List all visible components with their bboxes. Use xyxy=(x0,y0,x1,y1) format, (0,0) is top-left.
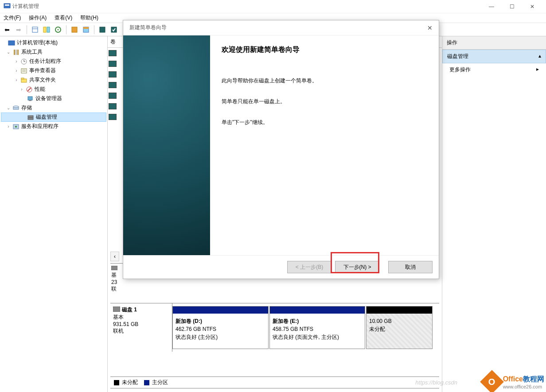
volume-icon xyxy=(109,114,117,120)
partition[interactable]: 新加卷 (D:) 462.76 GB NTFS 状态良好 (主分区) xyxy=(172,306,269,349)
watermark-url: www.office26.com xyxy=(503,384,544,389)
disk-size: 931.51 GB xyxy=(113,321,169,327)
volume-icon xyxy=(109,103,117,109)
dialog-close-icon[interactable]: ✕ xyxy=(427,24,433,31)
legend-unallocated: 未分配 xyxy=(122,379,138,386)
tree-label: 性能 xyxy=(35,85,45,93)
menu-file[interactable]: 文件(F) xyxy=(4,14,21,22)
partition-status: 状态良好 (主分区) xyxy=(176,334,218,340)
watermark-text-2: 教程网 xyxy=(523,375,544,383)
dialog-banner xyxy=(123,35,210,255)
tree-disk-management[interactable]: 磁盘管理 xyxy=(1,113,106,122)
tree-shared-folders[interactable]: › 共享文件夹 xyxy=(1,75,106,85)
svg-rect-4 xyxy=(43,27,46,32)
titlebar: 计算机管理 — ☐ ✕ xyxy=(0,0,546,13)
tree-storage[interactable]: ⌄ 存储 xyxy=(1,103,106,113)
tree-system-tools[interactable]: ⌄ 系统工具 xyxy=(1,47,106,57)
toolbar-icon-1[interactable] xyxy=(30,24,40,35)
back-icon[interactable]: ⬅ xyxy=(2,24,12,35)
tree-label: 计算机管理(本地) xyxy=(17,39,58,47)
collapse-icon[interactable]: ▴ xyxy=(538,53,541,60)
chevron-down-icon[interactable]: ⌄ xyxy=(5,105,12,110)
cancel-button[interactable]: 取消 xyxy=(388,261,433,273)
tree-label: 共享文件夹 xyxy=(29,76,56,84)
partition-name: 新加卷 (E:) xyxy=(273,318,299,324)
svg-rect-5 xyxy=(47,27,50,32)
minimize-button[interactable]: — xyxy=(481,0,502,13)
disk-icon xyxy=(111,265,117,272)
next-button[interactable]: 下一步(N) > xyxy=(335,261,379,273)
dialog-buttons: < 上一步(B) 下一步(N) > 取消 xyxy=(123,256,439,279)
actions-more[interactable]: 更多操作 ▸ xyxy=(442,63,546,76)
toolbar-icon-7[interactable] xyxy=(109,24,119,35)
tree-device-manager[interactable]: 设备管理器 xyxy=(1,94,106,103)
wizard-text-2: 简单卷只能在单一磁盘上。 xyxy=(222,97,427,106)
tree-label: 设备管理器 xyxy=(35,95,62,102)
legend-swatch-primary xyxy=(144,380,149,385)
partition-status: 未分配 xyxy=(369,326,385,332)
toolbar-icon-3[interactable] xyxy=(53,24,63,35)
dialog-title: 新建简单卷向导 xyxy=(129,24,167,31)
watermark-csdn: https://blog.csdn xyxy=(415,379,457,386)
tree-label: 任务计划程序 xyxy=(29,58,61,65)
forward-icon[interactable]: ➡ xyxy=(13,24,24,35)
menu-help[interactable]: 帮助(H) xyxy=(80,14,98,22)
chevron-down-icon[interactable]: ⌄ xyxy=(5,50,12,54)
chevron-right-icon[interactable]: › xyxy=(13,78,20,82)
tree-label: 存储 xyxy=(21,104,32,112)
toolbar-icon-4[interactable] xyxy=(69,24,80,35)
volume-icon xyxy=(109,71,117,78)
toolbar-icon-2[interactable] xyxy=(41,24,52,35)
actions-section[interactable]: 磁盘管理 ▴ xyxy=(442,50,546,63)
toolbar-icon-5[interactable] xyxy=(81,24,91,35)
svg-rect-9 xyxy=(72,27,77,32)
volume-icon xyxy=(109,50,117,56)
partition-status: 状态良好 (页面文件, 主分区) xyxy=(273,334,339,340)
chevron-right-icon[interactable]: › xyxy=(13,68,20,73)
back-button: < 上一步(B) xyxy=(287,261,332,273)
svg-rect-36 xyxy=(111,266,117,270)
tree-task-scheduler[interactable]: › 任务计划程序 xyxy=(1,57,106,66)
disk-legend: 未分配 主分区 xyxy=(110,376,439,388)
chevron-right-icon: ▸ xyxy=(536,66,539,74)
disk-status: 联机 xyxy=(113,327,169,335)
toolbar-icon-6[interactable] xyxy=(97,24,108,35)
legend-primary: 主分区 xyxy=(152,379,168,386)
wizard-dialog: 新建简单卷向导 ✕ 欢迎使用新建简单卷向导 此向导帮助你在磁盘上创建一个简单卷。… xyxy=(123,20,439,279)
app-icon xyxy=(4,2,11,11)
window-title: 计算机管理 xyxy=(11,3,481,10)
scroll-left-button[interactable]: ‹ xyxy=(110,252,119,261)
close-button[interactable]: ✕ xyxy=(522,0,542,13)
partition[interactable]: 新加卷 (E:) 458.75 GB NTFS 状态良好 (页面文件, 主分区) xyxy=(269,306,365,349)
wizard-text-3: 单击"下一步"继续。 xyxy=(222,118,427,127)
svg-rect-29 xyxy=(29,100,31,101)
partition-name: 新加卷 (D:) xyxy=(176,318,202,324)
tree-event-viewer[interactable]: › 事件查看器 xyxy=(1,66,106,75)
svg-rect-17 xyxy=(17,50,19,55)
menu-action[interactable]: 操作(A) xyxy=(29,14,47,22)
menu-view[interactable]: 查看(V) xyxy=(55,14,72,22)
partition-size: 458.75 GB NTFS xyxy=(273,326,313,332)
dialog-content: 欢迎使用新建简单卷向导 此向导帮助你在磁盘上创建一个简单卷。 简单卷只能在单一磁… xyxy=(210,35,439,255)
office-logo-icon: O xyxy=(480,370,504,392)
watermark-office: O Office教程网 www.office26.com xyxy=(484,373,544,390)
svg-rect-11 xyxy=(83,27,89,29)
tree-label: 事件查看器 xyxy=(29,67,56,74)
wizard-text-1: 此向导帮助你在磁盘上创建一个简单卷。 xyxy=(222,77,427,85)
tree-services-apps[interactable]: › 服务和应用程序 xyxy=(1,122,106,131)
volume-icon xyxy=(109,93,117,99)
sidebar: 计算机管理(本地) ⌄ 系统工具 › 任务计划程序 › 事件查看器 › 共享文件… xyxy=(0,36,108,392)
chevron-right-icon[interactable]: › xyxy=(13,59,20,64)
disk-label[interactable]: 磁盘 1 基本 931.51 GB 联机 xyxy=(110,303,172,352)
partition-unallocated[interactable]: 10.00 GB 未分配 xyxy=(366,306,433,349)
tree-root[interactable]: 计算机管理(本地) xyxy=(1,38,106,47)
chevron-right-icon[interactable]: › xyxy=(5,124,12,129)
svg-rect-33 xyxy=(28,118,33,120)
chevron-right-icon[interactable]: › xyxy=(19,87,25,92)
maximize-button[interactable]: ☐ xyxy=(502,0,522,13)
disk-status-partial: 联 xyxy=(111,285,124,293)
actions-header: 操作 xyxy=(442,36,546,50)
tree-performance[interactable]: › 性能 xyxy=(1,85,106,94)
svg-rect-32 xyxy=(28,116,33,117)
disk-title: 磁盘 1 xyxy=(122,306,137,314)
